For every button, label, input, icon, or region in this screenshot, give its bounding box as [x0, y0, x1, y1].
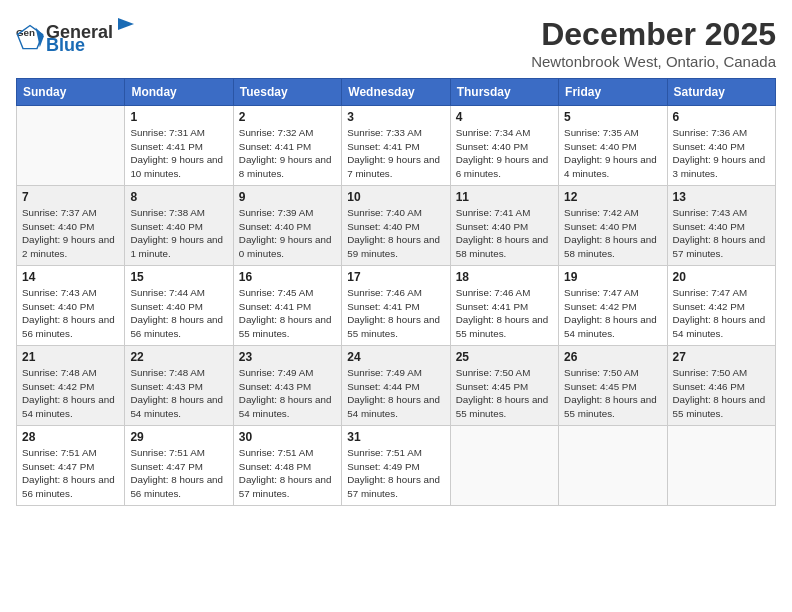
- day-number: 7: [22, 190, 119, 204]
- day-number: 16: [239, 270, 336, 284]
- logo: Gen General Blue: [16, 16, 137, 56]
- day-number: 11: [456, 190, 553, 204]
- day-number: 20: [673, 270, 770, 284]
- day-info: Sunrise: 7:49 AMSunset: 4:44 PMDaylight:…: [347, 366, 444, 421]
- weekday-header-thursday: Thursday: [450, 79, 558, 106]
- day-info: Sunrise: 7:46 AMSunset: 4:41 PMDaylight:…: [456, 286, 553, 341]
- calendar-cell: 27Sunrise: 7:50 AMSunset: 4:46 PMDayligh…: [667, 346, 775, 426]
- title-section: December 2025 Newtonbrook West, Ontario,…: [531, 16, 776, 70]
- calendar-cell: 22Sunrise: 7:48 AMSunset: 4:43 PMDayligh…: [125, 346, 233, 426]
- day-info: Sunrise: 7:35 AMSunset: 4:40 PMDaylight:…: [564, 126, 661, 181]
- day-number: 4: [456, 110, 553, 124]
- calendar-cell: 1Sunrise: 7:31 AMSunset: 4:41 PMDaylight…: [125, 106, 233, 186]
- day-number: 29: [130, 430, 227, 444]
- calendar-cell: 20Sunrise: 7:47 AMSunset: 4:42 PMDayligh…: [667, 266, 775, 346]
- day-info: Sunrise: 7:48 AMSunset: 4:42 PMDaylight:…: [22, 366, 119, 421]
- day-info: Sunrise: 7:50 AMSunset: 4:46 PMDaylight:…: [673, 366, 770, 421]
- calendar-cell: 16Sunrise: 7:45 AMSunset: 4:41 PMDayligh…: [233, 266, 341, 346]
- day-number: 23: [239, 350, 336, 364]
- calendar-cell: 9Sunrise: 7:39 AMSunset: 4:40 PMDaylight…: [233, 186, 341, 266]
- day-info: Sunrise: 7:37 AMSunset: 4:40 PMDaylight:…: [22, 206, 119, 261]
- day-info: Sunrise: 7:31 AMSunset: 4:41 PMDaylight:…: [130, 126, 227, 181]
- day-info: Sunrise: 7:47 AMSunset: 4:42 PMDaylight:…: [673, 286, 770, 341]
- day-number: 24: [347, 350, 444, 364]
- day-number: 26: [564, 350, 661, 364]
- calendar-cell: 29Sunrise: 7:51 AMSunset: 4:47 PMDayligh…: [125, 426, 233, 506]
- day-number: 30: [239, 430, 336, 444]
- calendar-cell: [450, 426, 558, 506]
- day-info: Sunrise: 7:38 AMSunset: 4:40 PMDaylight:…: [130, 206, 227, 261]
- day-info: Sunrise: 7:47 AMSunset: 4:42 PMDaylight:…: [564, 286, 661, 341]
- day-number: 12: [564, 190, 661, 204]
- calendar-cell: 11Sunrise: 7:41 AMSunset: 4:40 PMDayligh…: [450, 186, 558, 266]
- day-info: Sunrise: 7:44 AMSunset: 4:40 PMDaylight:…: [130, 286, 227, 341]
- weekday-header-tuesday: Tuesday: [233, 79, 341, 106]
- day-number: 21: [22, 350, 119, 364]
- calendar-cell: 25Sunrise: 7:50 AMSunset: 4:45 PMDayligh…: [450, 346, 558, 426]
- day-info: Sunrise: 7:36 AMSunset: 4:40 PMDaylight:…: [673, 126, 770, 181]
- day-number: 9: [239, 190, 336, 204]
- day-info: Sunrise: 7:43 AMSunset: 4:40 PMDaylight:…: [673, 206, 770, 261]
- calendar-cell: 14Sunrise: 7:43 AMSunset: 4:40 PMDayligh…: [17, 266, 125, 346]
- calendar-cell: 8Sunrise: 7:38 AMSunset: 4:40 PMDaylight…: [125, 186, 233, 266]
- day-info: Sunrise: 7:51 AMSunset: 4:47 PMDaylight:…: [22, 446, 119, 501]
- calendar-cell: [17, 106, 125, 186]
- calendar-cell: 3Sunrise: 7:33 AMSunset: 4:41 PMDaylight…: [342, 106, 450, 186]
- day-number: 15: [130, 270, 227, 284]
- day-number: 2: [239, 110, 336, 124]
- weekday-header-row: SundayMondayTuesdayWednesdayThursdayFrid…: [17, 79, 776, 106]
- calendar-body: 1Sunrise: 7:31 AMSunset: 4:41 PMDaylight…: [17, 106, 776, 506]
- day-number: 8: [130, 190, 227, 204]
- calendar-cell: 21Sunrise: 7:48 AMSunset: 4:42 PMDayligh…: [17, 346, 125, 426]
- weekday-header-sunday: Sunday: [17, 79, 125, 106]
- calendar-cell: 15Sunrise: 7:44 AMSunset: 4:40 PMDayligh…: [125, 266, 233, 346]
- day-info: Sunrise: 7:33 AMSunset: 4:41 PMDaylight:…: [347, 126, 444, 181]
- day-number: 10: [347, 190, 444, 204]
- calendar-cell: [667, 426, 775, 506]
- day-info: Sunrise: 7:50 AMSunset: 4:45 PMDaylight:…: [456, 366, 553, 421]
- day-info: Sunrise: 7:42 AMSunset: 4:40 PMDaylight:…: [564, 206, 661, 261]
- calendar-cell: 12Sunrise: 7:42 AMSunset: 4:40 PMDayligh…: [559, 186, 667, 266]
- day-number: 14: [22, 270, 119, 284]
- calendar-cell: 30Sunrise: 7:51 AMSunset: 4:48 PMDayligh…: [233, 426, 341, 506]
- day-info: Sunrise: 7:48 AMSunset: 4:43 PMDaylight:…: [130, 366, 227, 421]
- calendar-cell: [559, 426, 667, 506]
- day-info: Sunrise: 7:51 AMSunset: 4:47 PMDaylight:…: [130, 446, 227, 501]
- day-info: Sunrise: 7:41 AMSunset: 4:40 PMDaylight:…: [456, 206, 553, 261]
- header: Gen General Blue December 2025 Newtonbro…: [16, 16, 776, 70]
- calendar-week-row: 21Sunrise: 7:48 AMSunset: 4:42 PMDayligh…: [17, 346, 776, 426]
- day-number: 22: [130, 350, 227, 364]
- calendar-cell: 17Sunrise: 7:46 AMSunset: 4:41 PMDayligh…: [342, 266, 450, 346]
- day-number: 28: [22, 430, 119, 444]
- calendar-cell: 6Sunrise: 7:36 AMSunset: 4:40 PMDaylight…: [667, 106, 775, 186]
- calendar-cell: 24Sunrise: 7:49 AMSunset: 4:44 PMDayligh…: [342, 346, 450, 426]
- month-title: December 2025: [531, 16, 776, 53]
- day-number: 5: [564, 110, 661, 124]
- day-info: Sunrise: 7:50 AMSunset: 4:45 PMDaylight:…: [564, 366, 661, 421]
- day-info: Sunrise: 7:46 AMSunset: 4:41 PMDaylight:…: [347, 286, 444, 341]
- day-number: 31: [347, 430, 444, 444]
- day-number: 25: [456, 350, 553, 364]
- day-info: Sunrise: 7:39 AMSunset: 4:40 PMDaylight:…: [239, 206, 336, 261]
- calendar-cell: 10Sunrise: 7:40 AMSunset: 4:40 PMDayligh…: [342, 186, 450, 266]
- day-number: 13: [673, 190, 770, 204]
- day-info: Sunrise: 7:45 AMSunset: 4:41 PMDaylight:…: [239, 286, 336, 341]
- day-info: Sunrise: 7:40 AMSunset: 4:40 PMDaylight:…: [347, 206, 444, 261]
- calendar-cell: 18Sunrise: 7:46 AMSunset: 4:41 PMDayligh…: [450, 266, 558, 346]
- svg-marker-3: [118, 18, 134, 30]
- day-number: 27: [673, 350, 770, 364]
- calendar-cell: 7Sunrise: 7:37 AMSunset: 4:40 PMDaylight…: [17, 186, 125, 266]
- weekday-header-friday: Friday: [559, 79, 667, 106]
- day-number: 19: [564, 270, 661, 284]
- weekday-header-wednesday: Wednesday: [342, 79, 450, 106]
- calendar-cell: 26Sunrise: 7:50 AMSunset: 4:45 PMDayligh…: [559, 346, 667, 426]
- calendar-week-row: 7Sunrise: 7:37 AMSunset: 4:40 PMDaylight…: [17, 186, 776, 266]
- calendar-cell: 23Sunrise: 7:49 AMSunset: 4:43 PMDayligh…: [233, 346, 341, 426]
- calendar-week-row: 1Sunrise: 7:31 AMSunset: 4:41 PMDaylight…: [17, 106, 776, 186]
- calendar-cell: 2Sunrise: 7:32 AMSunset: 4:41 PMDaylight…: [233, 106, 341, 186]
- logo-icon: Gen: [16, 22, 44, 50]
- calendar-cell: 4Sunrise: 7:34 AMSunset: 4:40 PMDaylight…: [450, 106, 558, 186]
- day-number: 18: [456, 270, 553, 284]
- weekday-header-saturday: Saturday: [667, 79, 775, 106]
- day-info: Sunrise: 7:32 AMSunset: 4:41 PMDaylight:…: [239, 126, 336, 181]
